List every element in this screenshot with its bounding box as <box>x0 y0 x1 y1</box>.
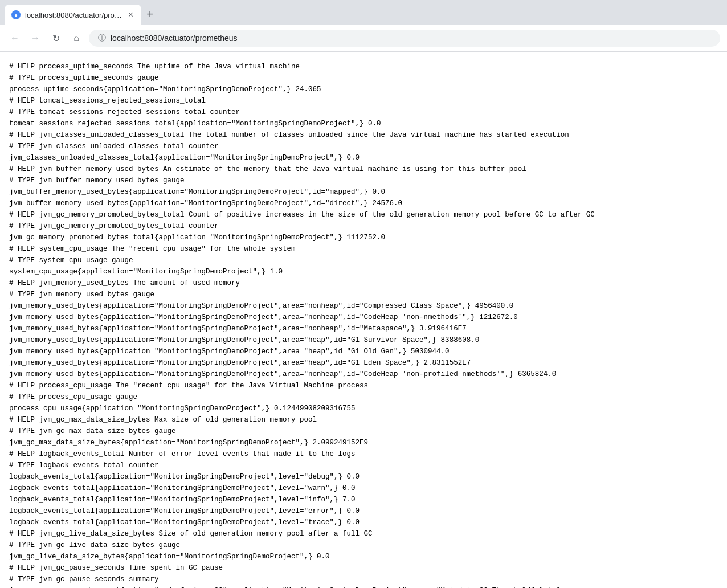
tab-bar: ● localhost:8080/actuator/prometh × + <box>5 5 722 25</box>
content-line: jvm_buffer_memory_used_bytes{application… <box>9 198 718 209</box>
address-text: localhost:8080/actuator/prometheus <box>111 34 238 43</box>
content-line: # TYPE jvm_gc_max_data_size_bytes gauge <box>9 426 718 437</box>
content-line: process_uptime_seconds{application="Moni… <box>9 84 718 95</box>
content-line: # TYPE jvm_buffer_memory_used_bytes gaug… <box>9 175 718 186</box>
content-line: logback_events_total{application="Monito… <box>9 483 718 494</box>
content-line: jvm_memory_used_bytes{application="Monit… <box>9 312 718 323</box>
content-line: jvm_buffer_memory_used_bytes{application… <box>9 186 718 198</box>
content-line: jvm_classes_unloaded_classes_total{appli… <box>9 152 718 164</box>
active-tab[interactable]: ● localhost:8080/actuator/prometh × <box>5 5 141 25</box>
content-line: # TYPE jvm_gc_pause_seconds summary <box>9 574 718 585</box>
content-line: # HELP jvm_gc_pause_seconds Time spent i… <box>9 562 718 574</box>
content-line: # HELP system_cpu_usage The "recent cpu … <box>9 243 718 255</box>
tab-close-button[interactable]: × <box>127 9 134 21</box>
browser-chrome: ● localhost:8080/actuator/prometh × + <box>0 0 727 25</box>
content-line: process_cpu_usage{application="Monitorin… <box>9 403 718 414</box>
content-line: # HELP jvm_gc_memory_promoted_bytes_tota… <box>9 209 718 220</box>
content-line: # TYPE logback_events_total counter <box>9 460 718 471</box>
new-tab-button[interactable]: + <box>141 6 158 23</box>
content-line: # HELP jvm_classes_unloaded_classes_tota… <box>9 129 718 141</box>
content-line: system_cpu_usage{application="Monitoring… <box>9 266 718 277</box>
content-line: logback_events_total{application="Monito… <box>9 505 718 517</box>
content-line: jvm_memory_used_bytes{application="Monit… <box>9 369 718 380</box>
content-line: # TYPE system_cpu_usage gauge <box>9 255 718 266</box>
content-line: # HELP tomcat_sessions_rejected_sessions… <box>9 95 718 107</box>
content-line: jvm_memory_used_bytes{application="Monit… <box>9 357 718 369</box>
lock-icon: ⓘ <box>98 33 106 43</box>
metrics-content: # HELP process_uptime_seconds The uptime… <box>9 61 718 588</box>
tab-label: localhost:8080/actuator/prometh <box>25 11 122 19</box>
content-line: # TYPE jvm_memory_used_bytes gauge <box>9 289 718 300</box>
content-line: # TYPE jvm_gc_memory_promoted_bytes_tota… <box>9 220 718 232</box>
tab-favicon: ● <box>11 10 21 19</box>
content-line: # HELP jvm_gc_max_data_size_bytes Max si… <box>9 414 718 426</box>
content-line: jvm_gc_memory_promoted_bytes_total{appli… <box>9 232 718 243</box>
content-line: # HELP jvm_buffer_memory_used_bytes An e… <box>9 164 718 175</box>
content-line: logback_events_total{application="Monito… <box>9 471 718 483</box>
content-line: # TYPE jvm_classes_unloaded_classes_tota… <box>9 141 718 152</box>
forward-button[interactable]: → <box>27 30 43 46</box>
content-line: jvm_memory_used_bytes{application="Monit… <box>9 334 718 346</box>
content-line: # HELP logback_events_total Number of er… <box>9 448 718 460</box>
home-button[interactable]: ⌂ <box>68 30 84 46</box>
content-area: # HELP process_uptime_seconds The uptime… <box>0 52 727 588</box>
content-line: # TYPE process_cpu_usage gauge <box>9 391 718 403</box>
content-line: jvm_gc_live_data_size_bytes{application=… <box>9 551 718 562</box>
content-line: # TYPE tomcat_sessions_rejected_sessions… <box>9 107 718 118</box>
content-line: jvm_memory_used_bytes{application="Monit… <box>9 300 718 312</box>
content-line: # TYPE jvm_gc_live_data_size_bytes gauge <box>9 540 718 551</box>
content-line: jvm_gc_pause_seconds_count{action="end o… <box>9 585 718 588</box>
content-line: jvm_gc_max_data_size_bytes{application="… <box>9 437 718 448</box>
content-line: # TYPE process_uptime_seconds gauge <box>9 72 718 84</box>
refresh-button[interactable]: ↻ <box>48 30 64 46</box>
content-line: tomcat_sessions_rejected_sessions_total{… <box>9 118 718 129</box>
address-bar-area: ← → ↻ ⌂ ⓘ localhost:8080/actuator/promet… <box>0 25 727 52</box>
address-bar[interactable]: ⓘ localhost:8080/actuator/prometheus <box>89 30 720 47</box>
content-line: # HELP jvm_memory_used_bytes The amount … <box>9 277 718 289</box>
content-line: # HELP jvm_gc_live_data_size_bytes Size … <box>9 528 718 540</box>
content-line: # HELP process_uptime_seconds The uptime… <box>9 61 718 72</box>
content-line: jvm_memory_used_bytes{application="Monit… <box>9 323 718 334</box>
content-line: logback_events_total{application="Monito… <box>9 494 718 505</box>
content-line: # HELP process_cpu_usage The "recent cpu… <box>9 380 718 391</box>
back-button[interactable]: ← <box>7 30 23 46</box>
content-line: logback_events_total{application="Monito… <box>9 517 718 528</box>
content-line: jvm_memory_used_bytes{application="Monit… <box>9 346 718 357</box>
